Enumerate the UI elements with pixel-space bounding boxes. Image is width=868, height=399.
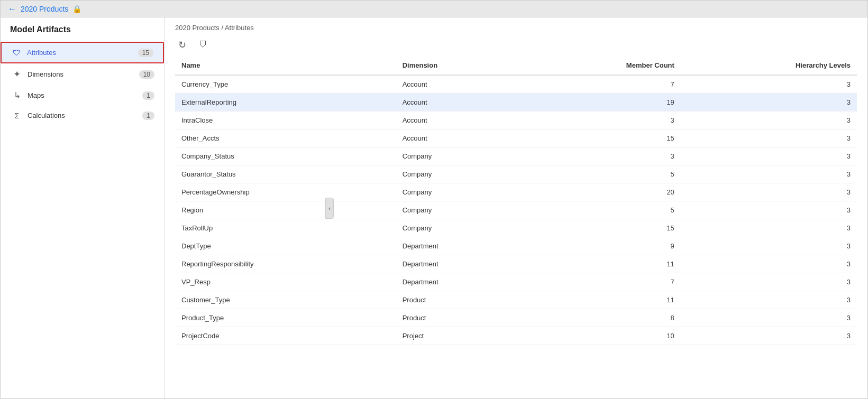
cell-dimension: Department [396,237,523,255]
table-row[interactable]: Guarantor_Status Company 5 3 [175,165,857,183]
sidebar-item-attributes[interactable]: 🛡 Attributes 15 [1,42,164,63]
cell-member-count: 3 [523,147,681,165]
cell-name: VP_Resp [175,273,396,291]
cell-hierarchy-levels: 3 [681,237,857,255]
table-row[interactable]: Currency_Type Account 7 3 [175,75,857,94]
col-header-name: Name [175,56,396,75]
cell-member-count: 7 [523,273,681,291]
table-body: Currency_Type Account 7 3 ExternalReport… [175,75,857,345]
cell-dimension: Department [396,273,523,291]
table-row[interactable]: DeptType Department 9 3 [175,237,857,255]
cell-name: IntraClose [175,112,396,129]
cell-hierarchy-levels: 3 [681,147,857,165]
cell-name: PercentageOwnership [175,183,396,201]
attributes-icon: 🛡 [11,48,22,57]
cell-name: ProjectCode [175,327,396,345]
breadcrumb: 2020 Products / Attributes [175,24,857,32]
cell-member-count: 5 [523,165,681,183]
sidebar-title: Model Artifacts [1,25,164,42]
cell-name: Guarantor_Status [175,165,396,183]
sidebar-count-calculations: 1 [142,112,154,120]
cell-member-count: 8 [523,309,681,327]
col-header-member-count: Member Count [523,56,681,75]
cell-member-count: 5 [523,201,681,219]
main-layout: Model Artifacts 🛡 Attributes 15 ✦ Dimens… [1,17,867,398]
cell-dimension: Product [396,309,523,327]
app-container: ← 2020 Products 🔒 Model Artifacts 🛡 Attr… [0,0,868,399]
back-button[interactable]: ← [8,4,16,14]
table-row[interactable]: Region Company 5 3 [175,201,857,219]
cell-hierarchy-levels: 3 [681,94,857,112]
cell-hierarchy-levels: 3 [681,165,857,183]
cell-hierarchy-levels: 3 [681,201,857,219]
cell-member-count: 11 [523,291,681,309]
refresh-button[interactable]: ↻ [175,38,189,52]
table-header-row: Name Dimension Member Count Hierarchy Le… [175,56,857,75]
dimensions-icon: ✦ [12,69,22,80]
cell-dimension: Company [396,219,523,237]
attributes-table-container: Name Dimension Member Count Hierarchy Le… [165,56,867,398]
sidebar-label-calculations: Calculations [28,112,137,119]
table-row[interactable]: Customer_Type Product 11 3 [175,291,857,309]
top-title[interactable]: 2020 Products [21,5,68,13]
content-header: 2020 Products / Attributes ↻ ⛉ [165,17,867,56]
sidebar-label-dimensions: Dimensions [28,70,134,78]
cell-dimension: Department [396,255,523,273]
filter-button[interactable]: ⛉ [196,39,211,51]
cell-name: TaxRollUp [175,219,396,237]
table-row[interactable]: Product_Type Product 8 3 [175,309,857,327]
cell-dimension: Account [396,112,523,129]
table-row[interactable]: PercentageOwnership Company 20 3 [175,183,857,201]
content-area: 2020 Products / Attributes ↻ ⛉ Name Dime… [165,17,867,398]
cell-member-count: 9 [523,237,681,255]
table-row[interactable]: Company_Status Company 3 3 [175,147,857,165]
cell-name: Region [175,201,396,219]
table-row[interactable]: TaxRollUp Company 15 3 [175,219,857,237]
table-row[interactable]: ReportingResponsibility Department 11 3 [175,255,857,273]
sidebar-item-dimensions[interactable]: ✦ Dimensions 10 [1,63,164,85]
sidebar-count-maps: 1 [142,91,154,100]
toolbar: ↻ ⛉ [175,36,857,56]
table-row[interactable]: IntraClose Account 3 3 [175,112,857,129]
cell-hierarchy-levels: 3 [681,255,857,273]
cell-hierarchy-levels: 3 [681,327,857,345]
col-header-dimension: Dimension [396,56,523,75]
cell-member-count: 19 [523,94,681,112]
cell-dimension: Company [396,147,523,165]
cell-name: Currency_Type [175,75,396,94]
cell-hierarchy-levels: 3 [681,183,857,201]
cell-hierarchy-levels: 3 [681,112,857,129]
top-bar: ← 2020 Products 🔒 [1,1,867,17]
cell-hierarchy-levels: 3 [681,309,857,327]
collapse-sidebar-button[interactable]: ‹ [325,198,334,219]
cell-member-count: 20 [523,183,681,201]
cell-dimension: Company [396,183,523,201]
cell-name: Customer_Type [175,291,396,309]
cell-member-count: 15 [523,129,681,147]
cell-name: Company_Status [175,147,396,165]
cell-dimension: Account [396,94,523,112]
col-header-hierarchy-levels: Hierarchy Levels [681,56,857,75]
cell-name: DeptType [175,237,396,255]
cell-hierarchy-levels: 3 [681,291,857,309]
sidebar-item-maps[interactable]: ↳ Maps 1 [1,85,164,106]
table-row[interactable]: VP_Resp Department 7 3 [175,273,857,291]
cell-member-count: 3 [523,112,681,129]
table-row[interactable]: ProjectCode Project 10 3 [175,327,857,345]
table-row[interactable]: ExternalReporting Account 19 3 [175,94,857,112]
sidebar-label-attributes: Attributes [27,49,133,57]
cell-name: Product_Type [175,309,396,327]
sidebar-item-calculations[interactable]: Σ Calculations 1 [1,106,164,125]
cell-dimension: Account [396,129,523,147]
cell-dimension: Account [396,75,523,94]
sidebar-count-attributes: 15 [138,49,153,57]
cell-dimension: Project [396,327,523,345]
lock-icon: 🔒 [72,5,81,13]
cell-dimension: Product [396,291,523,309]
cell-name: ReportingResponsibility [175,255,396,273]
sidebar: Model Artifacts 🛡 Attributes 15 ✦ Dimens… [1,17,165,398]
cell-hierarchy-levels: 3 [681,219,857,237]
sidebar-count-dimensions: 10 [139,70,154,79]
table-row[interactable]: Other_Accts Account 15 3 [175,129,857,147]
cell-dimension: Company [396,201,523,219]
